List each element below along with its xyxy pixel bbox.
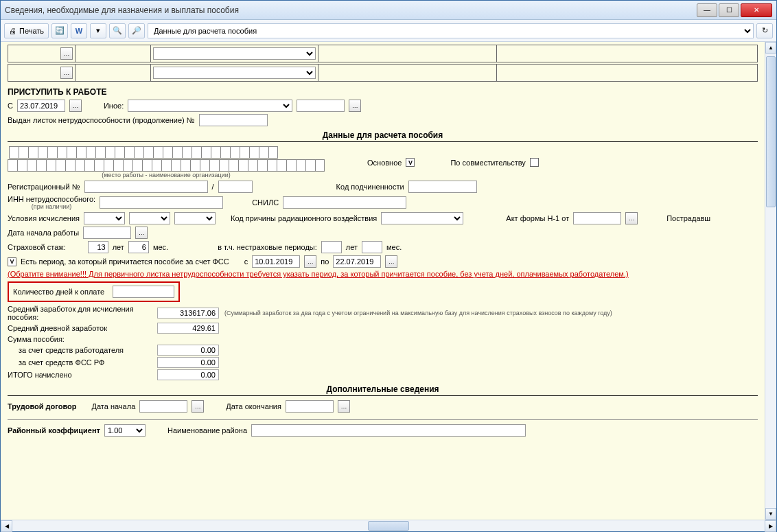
lbl-other: Иное:: [104, 102, 124, 110]
row-regno: Регистрационный № / Код подчиненности: [8, 181, 758, 193]
section-start-work: ПРИСТУПИТЬ К РАБОТЕ: [8, 87, 758, 97]
reload-button[interactable]: ↻: [756, 23, 773, 38]
nonins-months-input[interactable]: [362, 241, 382, 253]
section-selector[interactable]: Данные для расчета пособия: [148, 23, 754, 38]
app-window: Сведения, необходимые для назначения и в…: [0, 0, 777, 532]
start-date-pick[interactable]: …: [69, 100, 82, 112]
cell-pick-1[interactable]: …: [60, 47, 73, 60]
lbl-days: Количество дней к оплате: [13, 288, 104, 296]
vertical-scrollbar[interactable]: ▲ ▼: [765, 42, 776, 520]
row-contract: Трудовой договор Дата начала … Дата окон…: [8, 400, 758, 413]
region-name-input[interactable]: [251, 424, 526, 437]
window-title: Сведения, необходимые для назначения и в…: [5, 5, 697, 15]
cond-select-1[interactable]: [84, 212, 125, 224]
word-dropdown-button[interactable]: ▾: [90, 23, 106, 38]
lbl-daily: Средний дневной заработок: [8, 324, 152, 332]
checkbox-main[interactable]: [406, 158, 415, 167]
lbl-fss-from: с: [244, 257, 248, 266]
days-input[interactable]: [113, 286, 174, 298]
close-button[interactable]: ✕: [741, 3, 772, 17]
lbl-cstart: Дата начала: [92, 402, 136, 410]
scroll-track-v[interactable]: [765, 54, 776, 508]
subcode-input[interactable]: [408, 181, 477, 193]
contract-end-pick[interactable]: …: [338, 400, 350, 413]
fss-from-input[interactable]: [252, 255, 300, 268]
warning-text: (Обратите внимание!!! Для первичного лис…: [8, 270, 758, 278]
lbl-snils: СНИЛС: [252, 198, 279, 207]
cond-select-3[interactable]: [174, 212, 216, 224]
titlebar: Сведения, необходимые для назначения и в…: [1, 1, 776, 20]
radiation-select[interactable]: [381, 212, 463, 224]
checkbox-parttime[interactable]: [530, 158, 539, 167]
lbl-subcode: Код подчиненности: [336, 183, 404, 191]
scroll-down-button[interactable]: ▼: [765, 508, 776, 520]
row-sheet-issued: Выдан листок нетрудоспособности (продолж…: [8, 114, 758, 126]
form-content: … … ПРИСТУПИТЬ К РАБОТЕ С … Иное:: [1, 42, 765, 520]
fss-from-pick[interactable]: …: [304, 255, 316, 268]
act-date-pick[interactable]: …: [625, 212, 638, 224]
print-button[interactable]: 🖨 Печать: [4, 23, 49, 38]
ins-years-input[interactable]: [88, 241, 108, 253]
other-input[interactable]: [297, 100, 345, 112]
window-controls: — ☐ ✕: [697, 3, 772, 17]
inn-input[interactable]: [100, 196, 223, 209]
other-pick[interactable]: …: [349, 100, 361, 112]
contract-end-input[interactable]: [286, 400, 334, 413]
regno-input-2[interactable]: [218, 181, 253, 193]
row-employer: за счет средств работодателя 0.00: [8, 345, 758, 356]
print-label: Печать: [19, 27, 44, 35]
lbl-years2: лет: [346, 243, 358, 251]
lbl-benefit: Сумма пособия:: [8, 335, 152, 343]
lbl-sheet: Выдан листок нетрудоспособности (продолж…: [8, 116, 195, 124]
workplace-boxes-1[interactable]: [9, 146, 278, 159]
section-calc-data: Данные для расчета пособия: [8, 130, 758, 142]
lbl-fss: за счет средств ФСС РФ: [8, 358, 152, 367]
lbl-from: С: [8, 102, 13, 110]
minimize-button[interactable]: —: [697, 3, 717, 17]
row-conditions: Условия исчисления Код причины радиацион…: [8, 212, 758, 224]
cell-select-2[interactable]: [153, 67, 316, 79]
scroll-thumb-h[interactable]: [368, 521, 409, 531]
sheet-no-input[interactable]: [199, 114, 268, 126]
ins-months-input[interactable]: [128, 241, 149, 253]
zoom-out-button[interactable]: 🔎: [128, 23, 145, 38]
scroll-right-button[interactable]: ▶: [765, 520, 776, 532]
nonins-years-input[interactable]: [321, 241, 342, 253]
refresh-preview-button[interactable]: 🔄: [51, 23, 68, 38]
grid-row-1: …: [8, 45, 758, 62]
lbl-cend: Дата окончания: [226, 402, 281, 410]
lbl-victim: Пострадавш: [666, 214, 710, 222]
work-start-input[interactable]: [83, 227, 131, 239]
maximize-button[interactable]: ☐: [719, 3, 739, 17]
print-icon: 🖨: [9, 27, 16, 35]
start-date-input[interactable]: [17, 100, 65, 112]
content-wrap: … … ПРИСТУПИТЬ К РАБОТЕ С … Иное:: [1, 42, 776, 520]
scroll-thumb-v[interactable]: [766, 56, 776, 207]
fss-to-pick[interactable]: …: [385, 255, 397, 268]
row-fss-period: Есть период, за который причитается посо…: [8, 255, 758, 268]
region-coef-select[interactable]: 1.00: [104, 424, 146, 437]
checkbox-fss[interactable]: [8, 257, 16, 266]
toolbar: 🖨 Печать 🔄 W ▾ 🔍 🔎 Данные для расчета по…: [1, 20, 776, 42]
lbl-ins: Страховой стаж:: [8, 243, 66, 251]
zoom-in-button[interactable]: 🔍: [109, 23, 126, 38]
contract-start-pick[interactable]: …: [192, 400, 204, 413]
contract-start-input[interactable]: [139, 400, 187, 413]
workplace-boxes-2[interactable]: [8, 159, 325, 172]
cell-pick-2[interactable]: …: [60, 67, 73, 79]
word-export-button[interactable]: W: [71, 23, 87, 38]
scroll-left-button[interactable]: ◀: [1, 520, 12, 532]
scroll-track-h[interactable]: [12, 520, 765, 531]
other-select[interactable]: [128, 100, 292, 112]
horizontal-scrollbar[interactable]: ◀ ▶: [1, 520, 776, 531]
scroll-up-button[interactable]: ▲: [765, 42, 776, 54]
cond-select-2[interactable]: [129, 212, 170, 224]
act-date-input[interactable]: [573, 212, 621, 224]
regno-input[interactable]: [84, 181, 208, 193]
lbl-work-start: Дата начала работы: [8, 229, 79, 237]
snils-input[interactable]: [283, 196, 406, 209]
work-start-pick[interactable]: …: [135, 227, 148, 239]
cell-select-1[interactable]: [153, 47, 316, 60]
fss-to-input[interactable]: [333, 255, 381, 268]
val-avg: 313617.06: [157, 308, 219, 319]
